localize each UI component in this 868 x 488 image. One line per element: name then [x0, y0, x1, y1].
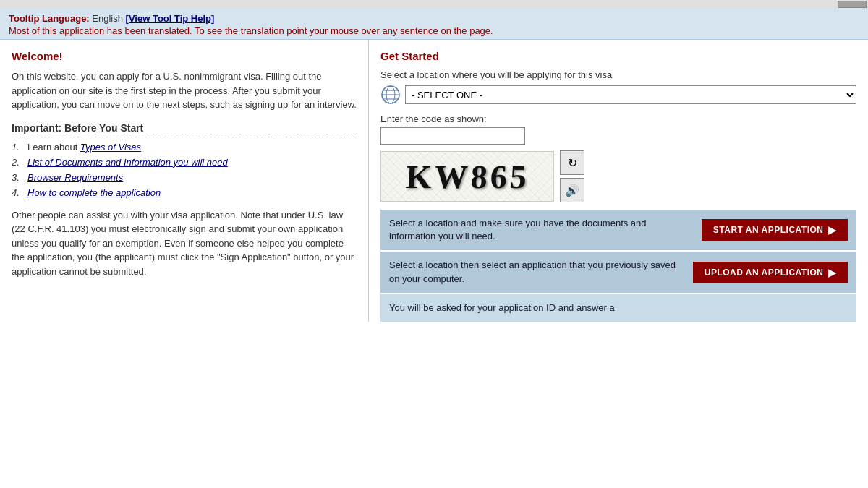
upload-application-panel: Select a location then select an applica… [380, 252, 856, 292]
start-application-label: START AN APPLICATION [713, 225, 824, 235]
last-panel-text: You will be asked for your application I… [389, 302, 615, 313]
audio-icon: 🔊 [565, 184, 579, 197]
captcha-audio-button[interactable]: 🔊 [560, 178, 584, 202]
list-num: 4. [12, 187, 27, 198]
types-of-visas-link[interactable]: Types of Visas [80, 142, 141, 153]
list-item: 3. Browser Requirements [12, 172, 357, 183]
list-item-text: List of Documents and Information you wi… [27, 157, 228, 168]
welcome-title: Welcome! [12, 50, 357, 62]
list-num: 3. [12, 172, 27, 183]
select-row: - SELECT ONE - [380, 85, 856, 105]
right-column: Get Started Select a location where you … [369, 40, 868, 322]
how-to-complete-link[interactable]: How to complete the application [27, 187, 161, 198]
get-started-title: Get Started [380, 50, 856, 62]
upload-arrow-icon: ▶ [828, 267, 837, 278]
tooltip-label: Tooltip Language: [9, 13, 90, 24]
scrollbar-area [0, 0, 868, 9]
start-application-button[interactable]: START AN APPLICATION ▶ [702, 219, 848, 241]
list-num: 1. [12, 142, 27, 153]
start-arrow-icon: ▶ [828, 224, 837, 236]
list-item-text: Browser Requirements [27, 172, 123, 183]
captcha-area: KW865 ↻ 🔊 [380, 150, 856, 202]
documents-link[interactable]: List of Documents and Information you wi… [27, 157, 228, 168]
captcha-refresh-button[interactable]: ↻ [560, 150, 584, 175]
captcha-buttons: ↻ 🔊 [560, 150, 584, 202]
list-item: 2. List of Documents and Information you… [12, 157, 357, 168]
upload-application-button[interactable]: UPLOAD AN APPLICATION ▶ [693, 262, 848, 283]
bottom-text: Other people can assist you with your vi… [12, 208, 357, 279]
captcha-label: Enter the code as shown: [380, 114, 856, 124]
main-content: Welcome! On this website, you can apply … [0, 40, 868, 322]
browser-requirements-link[interactable]: Browser Requirements [27, 172, 123, 183]
action-panels: Select a location and make sure you have… [380, 210, 856, 322]
list-item: 1. Learn about Types of Visas [12, 142, 357, 153]
scrollbar-thumb[interactable] [838, 1, 867, 8]
tooltip-bar: Tooltip Language: English [View Tool Tip… [0, 9, 868, 40]
start-application-panel: Select a location and make sure you have… [380, 210, 856, 250]
start-application-text: Select a location and make sure you have… [389, 217, 702, 243]
tooltip-help-link[interactable]: [View Tool Tip Help] [126, 13, 215, 24]
captcha-input[interactable] [380, 127, 525, 145]
welcome-text: On this website, you can apply for a U.S… [12, 69, 357, 112]
important-title: Important: Before You Start [12, 122, 357, 137]
list-item-text: Learn about Types of Visas [27, 142, 141, 153]
captcha-text: KW865 [404, 158, 530, 196]
location-label: Select a location where you will be appl… [380, 69, 856, 80]
translation-notice: Most of this application has been transl… [9, 25, 859, 36]
list-item: 4. How to complete the application [12, 187, 357, 198]
left-column: Welcome! On this website, you can apply … [0, 40, 369, 322]
list-num: 2. [12, 157, 27, 168]
location-select[interactable]: - SELECT ONE - [405, 85, 856, 104]
important-list: 1. Learn about Types of Visas 2. List of… [12, 142, 357, 198]
refresh-icon: ↻ [568, 156, 577, 170]
globe-icon [380, 85, 401, 105]
upload-application-label: UPLOAD AN APPLICATION [705, 267, 824, 278]
last-panel: You will be asked for your application I… [380, 294, 856, 322]
tooltip-language: English [92, 13, 123, 24]
captcha-image: KW865 [380, 151, 554, 202]
upload-application-text: Select a location then select an applica… [389, 259, 693, 285]
list-item-text: How to complete the application [27, 187, 161, 198]
